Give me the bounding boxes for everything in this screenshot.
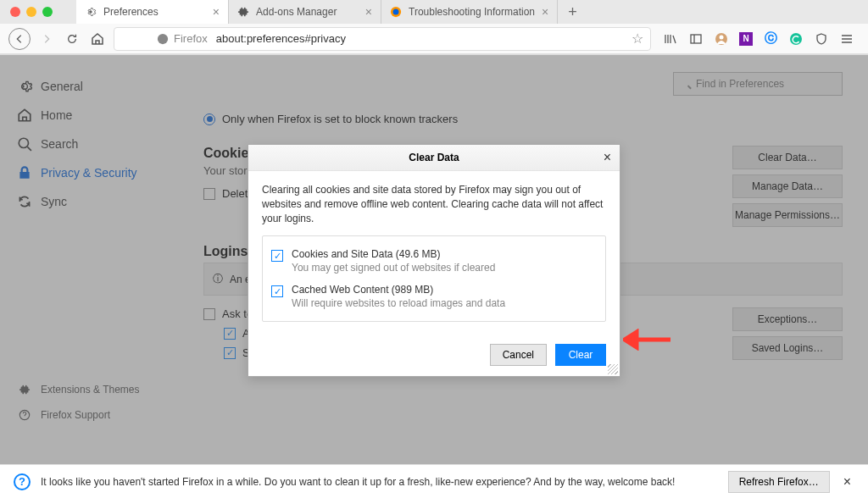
- tab-label: Add-ons Manager: [256, 6, 337, 18]
- firefox-icon: [390, 6, 402, 18]
- annotation-arrow: [623, 329, 670, 354]
- close-tab-icon[interactable]: ×: [213, 5, 220, 19]
- tab-preferences[interactable]: Preferences ×: [76, 0, 229, 24]
- option-label: Cached Web Content (989 MB): [292, 284, 505, 296]
- option-label: Cookies and Site Data (49.6 MB): [292, 248, 495, 260]
- tab-bar: Preferences × Add-ons Manager × Troubles…: [0, 0, 868, 24]
- back-button[interactable]: [8, 28, 31, 50]
- puzzle-icon: [237, 6, 249, 18]
- clear-button[interactable]: Clear: [555, 344, 606, 366]
- modal-close-button[interactable]: ×: [604, 150, 611, 165]
- avatar-icon[interactable]: [714, 31, 729, 47]
- home-button[interactable]: [88, 30, 107, 48]
- checkbox-cookies[interactable]: [271, 250, 283, 262]
- url-bar[interactable]: Firefox about:preferences#privacy ☆: [114, 27, 651, 51]
- nav-bar: Firefox about:preferences#privacy ☆ N ⓒ: [0, 24, 868, 54]
- clear-data-modal: Clear Data × Clearing all cookies and si…: [248, 144, 620, 377]
- menu-icon[interactable]: [839, 31, 854, 47]
- close-tab-icon[interactable]: ×: [542, 5, 548, 19]
- toolbar-icons: N ⓒ: [658, 31, 860, 47]
- svg-point-5: [720, 35, 724, 39]
- minimize-window-button[interactable]: [26, 7, 36, 17]
- ext-onenote-icon[interactable]: N: [739, 32, 753, 46]
- checkbox-cache[interactable]: [271, 285, 283, 297]
- gear-icon: [85, 6, 97, 18]
- modal-description: Clearing all cookies and site data store…: [262, 183, 606, 225]
- question-icon: ?: [14, 473, 31, 490]
- firefox-icon: [157, 33, 169, 45]
- library-icon[interactable]: [663, 31, 678, 47]
- ext-grammarly-icon[interactable]: [788, 31, 804, 47]
- forward-button[interactable]: [37, 30, 56, 48]
- sidebar-icon[interactable]: [688, 31, 704, 47]
- tab-troubleshooting[interactable]: Troubleshooting Information ×: [381, 0, 558, 24]
- bookmark-star-icon[interactable]: ☆: [632, 30, 643, 47]
- close-tab-icon[interactable]: ×: [365, 5, 372, 19]
- dismiss-bar-button[interactable]: ×: [840, 474, 854, 490]
- svg-rect-3: [691, 35, 701, 43]
- modal-option-cache[interactable]: Cached Web Content (989 MB) Will require…: [271, 279, 597, 314]
- refresh-text: It looks like you haven't started Firefo…: [41, 476, 718, 488]
- modal-header: Clear Data ×: [248, 145, 620, 171]
- tab-label: Preferences: [103, 6, 159, 18]
- maximize-window-button[interactable]: [42, 7, 53, 17]
- modal-title: Clear Data: [409, 152, 459, 163]
- ext-c-icon[interactable]: ⓒ: [763, 31, 778, 47]
- option-sublabel: You may get signed out of websites if cl…: [292, 262, 495, 274]
- close-window-button[interactable]: [10, 7, 20, 17]
- url-text: about:preferences#privacy: [216, 32, 626, 45]
- url-source-label: Firefox: [174, 32, 208, 45]
- cancel-button[interactable]: Cancel: [490, 344, 547, 366]
- option-sublabel: Will require websites to reload images a…: [292, 297, 505, 309]
- tab-addons[interactable]: Add-ons Manager ×: [229, 0, 381, 24]
- svg-point-1: [393, 9, 399, 15]
- refresh-firefox-bar: ? It looks like you haven't started Fire…: [0, 464, 868, 498]
- window-chrome: Preferences × Add-ons Manager × Troubles…: [0, 0, 868, 55]
- svg-point-2: [158, 33, 168, 43]
- modal-option-cookies[interactable]: Cookies and Site Data (49.6 MB) You may …: [271, 243, 597, 279]
- traffic-lights: [10, 7, 53, 17]
- refresh-firefox-button[interactable]: Refresh Firefox…: [728, 471, 830, 493]
- tab-label: Troubleshooting Information: [409, 6, 535, 18]
- resize-grip[interactable]: [608, 364, 618, 374]
- ext-shield-icon[interactable]: [814, 31, 829, 47]
- reload-button[interactable]: [63, 30, 81, 48]
- new-tab-button[interactable]: +: [558, 3, 587, 21]
